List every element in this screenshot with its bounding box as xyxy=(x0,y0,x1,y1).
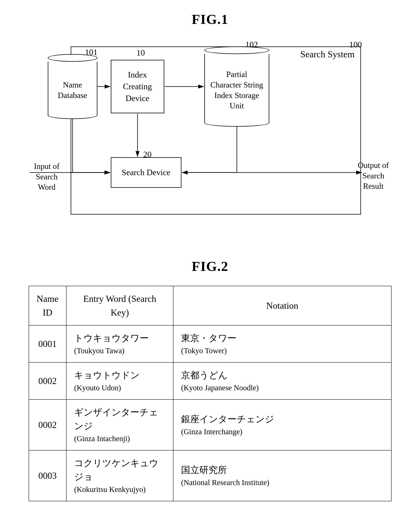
cell-entry: トウキョウタワー (Toukyou Tawa) xyxy=(66,325,173,362)
fig2-section: FIG.2 NameID Entry Word (Search Key) Not… xyxy=(29,258,391,501)
ref-20: 20 xyxy=(143,150,152,159)
col-header-id: NameID xyxy=(29,286,67,325)
cell-entry: キョウトウドン (Kyouto Udon) xyxy=(66,362,173,400)
ref-100: 100 xyxy=(349,40,362,49)
system-label: Search System xyxy=(300,49,355,59)
fig2-table: NameID Entry Word (Search Key) Notation … xyxy=(29,286,391,501)
diagram: Input ofSearch Word Output ofSearch Resu… xyxy=(29,35,391,235)
col-header-notation: Notation xyxy=(173,286,391,325)
cell-id: 0001 xyxy=(29,325,67,362)
cell-id: 0002 xyxy=(29,362,67,400)
table-row: 0001 トウキョウタワー (Toukyou Tawa) 東京・タワー (Tok… xyxy=(29,325,391,362)
table-row: 0003 コクリツケンキュウジョ (Kokuritsu Kenkyujyo) 国… xyxy=(29,450,391,501)
ref-10: 10 xyxy=(136,48,145,58)
fig1-title: FIG.1 xyxy=(15,11,405,27)
fig2-title: FIG.2 xyxy=(29,258,391,274)
cell-id: 0002 xyxy=(29,400,67,450)
col-header-entry: Entry Word (Search Key) xyxy=(66,286,173,325)
fig1-section: FIG.1 Input ofSearch Word Output ofSearc… xyxy=(15,11,405,235)
partial-storage-label: PartialCharacter StringIndex StorageUnit xyxy=(204,54,269,127)
table-header-row: NameID Entry Word (Search Key) Notation xyxy=(29,286,391,325)
table-row: 0002 ギンザインターチェンジ (Ginza Intachenji) 銀座イン… xyxy=(29,400,391,450)
partial-storage: PartialCharacter StringIndex StorageUnit xyxy=(204,46,269,127)
cell-id: 0003 xyxy=(29,450,67,501)
cell-notation: 東京・タワー (Tokyo Tower) xyxy=(173,325,391,362)
table-row: 0002 キョウトウドン (Kyouto Udon) 京都うどん (Kyoto … xyxy=(29,362,391,400)
cell-entry: コクリツケンキュウジョ (Kokuritsu Kenkyujyo) xyxy=(66,450,173,501)
input-label: Input ofSearch Word xyxy=(27,161,67,192)
index-creating-device: IndexCreatingDevice xyxy=(111,60,164,113)
cell-notation: 国立研究所 (National Research Institute) xyxy=(173,450,391,501)
cell-notation: 銀座インターチェンジ (Ginza Interchange) xyxy=(173,400,391,450)
cell-entry: ギンザインターチェンジ (Ginza Intachenji) xyxy=(66,400,173,450)
search-device: Search Device xyxy=(111,157,181,188)
name-database: NameDatabase xyxy=(48,54,98,119)
cell-notation: 京都うどん (Kyoto Japanese Noodle) xyxy=(173,362,391,400)
